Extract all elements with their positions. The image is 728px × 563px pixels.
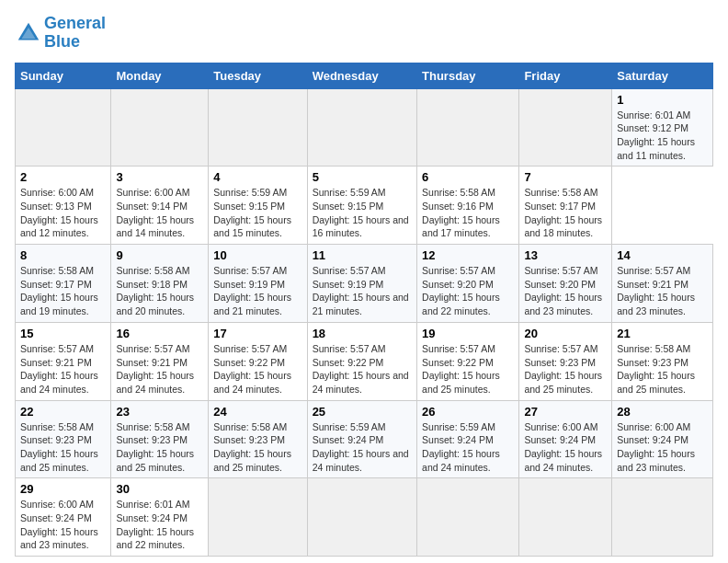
- calendar-cell: 12Sunrise: 5:57 AMSunset: 9:20 PMDayligh…: [417, 245, 519, 323]
- day-header-wednesday: Wednesday: [307, 63, 416, 88]
- calendar-cell: 14Sunrise: 5:57 AMSunset: 9:21 PMDayligh…: [612, 245, 713, 323]
- day-number: 24: [213, 405, 301, 419]
- calendar-cell: 13Sunrise: 5:57 AMSunset: 9:20 PMDayligh…: [519, 245, 612, 323]
- calendar-cell: 28Sunrise: 6:00 AMSunset: 9:24 PMDayligh…: [612, 400, 713, 478]
- calendar-cell: 11Sunrise: 5:57 AMSunset: 9:19 PMDayligh…: [307, 245, 416, 323]
- calendar-cell: [307, 478, 416, 557]
- day-header-monday: Monday: [111, 63, 209, 88]
- day-number: 17: [213, 327, 301, 340]
- day-header-thursday: Thursday: [417, 63, 519, 88]
- calendar-cell: [209, 88, 307, 167]
- day-number: 14: [617, 248, 708, 262]
- day-info: Sunrise: 5:59 AMSunset: 9:24 PMDaylight:…: [422, 420, 514, 475]
- calendar-cell: 24Sunrise: 5:58 AMSunset: 9:23 PMDayligh…: [209, 400, 307, 478]
- day-info: Sunrise: 5:58 AMSunset: 9:23 PMDaylight:…: [213, 420, 301, 475]
- calendar-cell: 23Sunrise: 5:58 AMSunset: 9:23 PMDayligh…: [111, 400, 209, 478]
- day-info: Sunrise: 5:57 AMSunset: 9:21 PMDaylight:…: [617, 264, 708, 318]
- calendar-cell: 4Sunrise: 5:59 AMSunset: 9:15 PMDaylight…: [209, 167, 307, 245]
- day-number: 22: [20, 405, 106, 419]
- calendar-cell: 8Sunrise: 5:58 AMSunset: 9:17 PMDaylight…: [16, 245, 111, 323]
- calendar-cell: 26Sunrise: 5:59 AMSunset: 9:24 PMDayligh…: [417, 400, 519, 478]
- day-info: Sunrise: 5:58 AMSunset: 9:23 PMDaylight:…: [617, 342, 708, 396]
- day-info: Sunrise: 5:57 AMSunset: 9:22 PMDaylight:…: [213, 342, 301, 396]
- day-header-saturday: Saturday: [612, 63, 713, 88]
- day-info: Sunrise: 5:57 AMSunset: 9:20 PMDaylight:…: [422, 264, 514, 318]
- day-info: Sunrise: 6:00 AMSunset: 9:14 PMDaylight:…: [116, 186, 203, 240]
- calendar-cell: 5Sunrise: 5:59 AMSunset: 9:15 PMDaylight…: [307, 167, 416, 245]
- day-number: 9: [116, 248, 203, 262]
- calendar-cell: 25Sunrise: 5:59 AMSunset: 9:24 PMDayligh…: [307, 400, 416, 478]
- day-number: 13: [524, 248, 607, 262]
- calendar-week-row: 29Sunrise: 6:00 AMSunset: 9:24 PMDayligh…: [16, 478, 713, 557]
- day-info: Sunrise: 5:59 AMSunset: 9:15 PMDaylight:…: [313, 186, 412, 240]
- day-number: 18: [313, 327, 412, 340]
- calendar-cell: [111, 88, 209, 167]
- calendar-cell: [417, 478, 519, 557]
- day-info: Sunrise: 5:58 AMSunset: 9:23 PMDaylight:…: [20, 420, 106, 475]
- day-info: Sunrise: 6:01 AMSunset: 9:24 PMDaylight:…: [116, 498, 203, 552]
- day-info: Sunrise: 5:57 AMSunset: 9:20 PMDaylight:…: [524, 264, 607, 318]
- day-number: 1: [617, 93, 708, 107]
- logo-icon: [15, 19, 42, 47]
- calendar-cell: 21Sunrise: 5:58 AMSunset: 9:23 PMDayligh…: [612, 322, 713, 400]
- day-info: Sunrise: 5:58 AMSunset: 9:23 PMDaylight:…: [116, 420, 203, 475]
- day-info: Sunrise: 5:58 AMSunset: 9:16 PMDaylight:…: [422, 186, 514, 240]
- day-info: Sunrise: 6:01 AMSunset: 9:12 PMDaylight:…: [617, 109, 708, 163]
- calendar-cell: 19Sunrise: 5:57 AMSunset: 9:22 PMDayligh…: [417, 322, 519, 400]
- day-number: 28: [617, 405, 708, 419]
- calendar-cell: 15Sunrise: 5:57 AMSunset: 9:21 PMDayligh…: [16, 322, 111, 400]
- calendar-table: SundayMondayTuesdayWednesdayThursdayFrid…: [15, 63, 713, 557]
- day-number: 19: [422, 327, 514, 340]
- day-info: Sunrise: 5:58 AMSunset: 9:17 PMDaylight:…: [524, 186, 607, 240]
- calendar-header-row: SundayMondayTuesdayWednesdayThursdayFrid…: [16, 63, 713, 88]
- calendar-cell: 10Sunrise: 5:57 AMSunset: 9:19 PMDayligh…: [209, 245, 307, 323]
- calendar-week-row: 2Sunrise: 6:00 AMSunset: 9:13 PMDaylight…: [16, 167, 713, 245]
- calendar-week-row: 22Sunrise: 5:58 AMSunset: 9:23 PMDayligh…: [16, 400, 713, 478]
- logo: General Blue: [15, 15, 106, 52]
- calendar-cell: 6Sunrise: 5:58 AMSunset: 9:16 PMDaylight…: [417, 167, 519, 245]
- logo-text: General Blue: [44, 15, 106, 52]
- day-number: 20: [524, 327, 607, 340]
- day-number: 21: [617, 327, 708, 340]
- day-info: Sunrise: 5:58 AMSunset: 9:17 PMDaylight:…: [20, 264, 106, 318]
- day-number: 11: [313, 248, 412, 262]
- day-number: 3: [116, 170, 203, 184]
- day-number: 8: [20, 248, 106, 262]
- day-info: Sunrise: 5:59 AMSunset: 9:24 PMDaylight:…: [313, 420, 412, 475]
- day-info: Sunrise: 5:57 AMSunset: 9:23 PMDaylight:…: [524, 342, 607, 396]
- day-number: 4: [213, 170, 301, 184]
- calendar-cell: 17Sunrise: 5:57 AMSunset: 9:22 PMDayligh…: [209, 322, 307, 400]
- calendar-cell: [209, 478, 307, 557]
- calendar-cell: 29Sunrise: 6:00 AMSunset: 9:24 PMDayligh…: [16, 478, 111, 557]
- calendar-cell: [612, 478, 713, 557]
- day-number: 26: [422, 405, 514, 419]
- day-header-friday: Friday: [519, 63, 612, 88]
- day-number: 12: [422, 248, 514, 262]
- day-number: 6: [422, 170, 514, 184]
- calendar-cell: 3Sunrise: 6:00 AMSunset: 9:14 PMDaylight…: [111, 167, 209, 245]
- day-number: 25: [313, 405, 412, 419]
- calendar-cell: [16, 88, 111, 167]
- day-info: Sunrise: 5:57 AMSunset: 9:19 PMDaylight:…: [313, 264, 412, 318]
- day-header-tuesday: Tuesday: [209, 63, 307, 88]
- day-number: 5: [313, 170, 412, 184]
- day-number: 7: [524, 170, 607, 184]
- calendar-cell: 30Sunrise: 6:01 AMSunset: 9:24 PMDayligh…: [111, 478, 209, 557]
- calendar-cell: 18Sunrise: 5:57 AMSunset: 9:22 PMDayligh…: [307, 322, 416, 400]
- day-info: Sunrise: 6:00 AMSunset: 9:13 PMDaylight:…: [20, 186, 106, 240]
- calendar-cell: 7Sunrise: 5:58 AMSunset: 9:17 PMDaylight…: [519, 167, 612, 245]
- calendar-week-row: 8Sunrise: 5:58 AMSunset: 9:17 PMDaylight…: [16, 245, 713, 323]
- day-info: Sunrise: 6:00 AMSunset: 9:24 PMDaylight:…: [524, 420, 607, 475]
- day-info: Sunrise: 5:57 AMSunset: 9:19 PMDaylight:…: [213, 264, 301, 318]
- calendar-week-row: 15Sunrise: 5:57 AMSunset: 9:21 PMDayligh…: [16, 322, 713, 400]
- day-info: Sunrise: 6:00 AMSunset: 9:24 PMDaylight:…: [617, 420, 708, 475]
- calendar-cell: 1Sunrise: 6:01 AMSunset: 9:12 PMDaylight…: [612, 88, 713, 167]
- day-info: Sunrise: 5:57 AMSunset: 9:21 PMDaylight:…: [116, 342, 203, 396]
- day-info: Sunrise: 5:57 AMSunset: 9:22 PMDaylight:…: [422, 342, 514, 396]
- calendar-cell: 20Sunrise: 5:57 AMSunset: 9:23 PMDayligh…: [519, 322, 612, 400]
- day-number: 29: [20, 482, 106, 496]
- day-info: Sunrise: 5:57 AMSunset: 9:22 PMDaylight:…: [313, 342, 412, 396]
- calendar-cell: 27Sunrise: 6:00 AMSunset: 9:24 PMDayligh…: [519, 400, 612, 478]
- calendar-cell: 22Sunrise: 5:58 AMSunset: 9:23 PMDayligh…: [16, 400, 111, 478]
- calendar-cell: [519, 88, 612, 167]
